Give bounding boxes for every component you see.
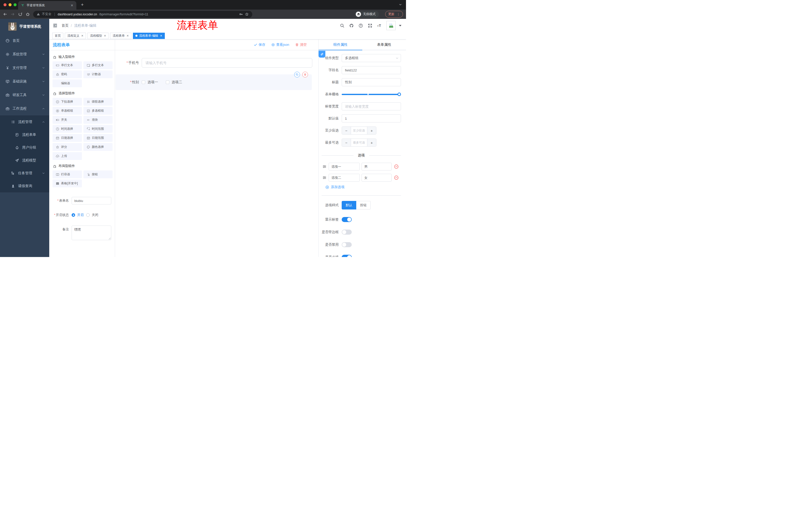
component-chip-rate[interactable]: 评分 [53,143,82,151]
font-size-icon[interactable]: TT [377,23,382,28]
github-icon[interactable] [349,23,354,28]
sidebar-item-system-mgmt[interactable]: 系统管理 [0,48,49,61]
option-value-input[interactable] [361,174,392,182]
browser-tab[interactable]: 芋道管理系统 ✕ [18,1,76,9]
avatar-caret-icon[interactable] [399,25,402,26]
page-tab-process-definition[interactable]: 流程定义 ✕ [65,33,86,39]
form-name-input[interactable] [71,197,111,205]
stepper-placeholder[interactable]: 至少应选 [351,127,367,134]
drag-handle-icon[interactable] [322,175,327,180]
password-key-icon[interactable] [239,12,243,16]
home-icon[interactable] [26,12,30,16]
label-width-input[interactable] [342,102,401,110]
slider-track[interactable] [342,94,399,95]
component-chip-cascader[interactable]: 级联选择 [83,98,113,106]
sidebar-item-payment-mgmt[interactable]: 支付管理 [0,61,49,75]
zoom-window-button[interactable] [13,3,17,6]
sidebar-item-dev-tools[interactable]: 研发工具 [0,88,49,102]
radio-selected-icon[interactable] [71,213,75,217]
tab-overflow-chevron-icon[interactable] [399,3,402,6]
style-button-button[interactable]: 按钮 [356,201,371,210]
stepper-minus-button[interactable]: − [342,139,351,146]
close-icon[interactable]: ✕ [104,34,106,37]
remove-option-button[interactable] [394,175,399,180]
sidebar-item-task-mgmt[interactable]: 任务管理 [0,167,49,180]
not-secure-warning-icon[interactable] [37,12,40,16]
checkbox-option-2[interactable]: 选项二 [166,80,182,84]
form-grid-slider[interactable] [342,90,401,98]
minimize-window-button[interactable] [8,3,11,6]
component-chip-radio-group[interactable]: 单选框组 [53,107,82,115]
component-chip-slider[interactable]: 滑块 [83,116,113,124]
breadcrumb-home[interactable]: 首页 [62,23,68,28]
close-window-button[interactable] [3,3,6,6]
with-border-toggle[interactable] [342,229,352,235]
sidebar-item-infrastructure[interactable]: 基础设施 [0,75,49,88]
checkbox-icon[interactable] [166,80,169,84]
close-tab-icon[interactable]: ✕ [70,3,74,7]
component-chip-select[interactable]: 下拉选择 [53,98,82,106]
delete-field-button[interactable] [302,72,308,77]
canvas-field-phone[interactable]: *手机号 [116,58,315,67]
checkbox-option-1[interactable]: 选项一 [142,80,158,84]
address-bar[interactable]: 不安全 dashboard.yudao.iocoder.cn /bpm/mana… [33,11,252,18]
help-icon[interactable] [358,23,363,28]
component-chip-time-picker[interactable]: 时间选择 [53,125,82,133]
drag-handle-icon[interactable] [322,164,327,169]
component-chip-upload[interactable]: 上传 [53,152,82,160]
component-chip-editor[interactable]: 编辑器 [53,79,82,87]
sidebar-item-home[interactable]: 首页 [0,34,49,48]
phone-input[interactable] [142,58,312,67]
canvas-field-gender-selected[interactable]: *性别 选项一 选项二 [116,75,312,90]
component-chip-multi-text[interactable]: 多行文本 [83,61,113,69]
radio-unselected-icon[interactable] [86,213,90,217]
component-chip-date-picker[interactable]: 日期选择 [53,134,82,142]
component-chip-button[interactable]: 按钮 [83,170,113,178]
slider-handle[interactable] [398,92,401,96]
radio-enabled[interactable]: 开启 [71,213,84,217]
sidebar-item-process-model[interactable]: 流程模型 [0,154,49,167]
page-tab-process-form[interactable]: 流程表单 ✕ [110,33,131,39]
close-icon[interactable]: ✕ [81,34,83,37]
component-chip-counter[interactable]: 123 计数器 [83,71,113,78]
page-tab-process-model[interactable]: 流程模型 ✕ [87,33,109,39]
tab-form-props[interactable]: 表单属性 [362,39,406,50]
clear-button[interactable]: 清空 [295,43,307,47]
component-chip-single-text[interactable]: 单行文本 [53,61,82,69]
fullscreen-icon[interactable] [368,23,372,28]
option-label-input[interactable] [329,163,360,170]
stepper-plus-button[interactable]: + [367,127,376,134]
avatar[interactable] [386,21,396,30]
sidebar-item-process-mgmt[interactable]: 流程管理 [0,115,49,128]
component-chip-checkbox-group[interactable]: 多选框组 [83,107,113,115]
forward-icon[interactable] [10,12,15,16]
resize-handle-icon[interactable] [109,237,111,240]
view-json-button[interactable]: 查看json [271,43,289,47]
option-label-input[interactable] [329,174,360,182]
style-default-button[interactable]: 默认 [342,201,356,210]
option-value-input[interactable] [361,163,392,170]
sidebar-item-user-group[interactable]: 用户分组 [0,141,49,154]
field-name-input[interactable] [342,66,401,74]
component-type-select[interactable]: 多选框组 [342,54,401,62]
new-tab-button[interactable]: + [81,2,84,7]
reload-icon[interactable] [18,12,22,16]
remove-option-button[interactable] [394,164,399,169]
component-chip-switch[interactable]: 开关 [53,116,82,124]
search-icon[interactable] [340,23,344,28]
component-chip-date-range[interactable]: 日期范围 [83,134,113,142]
close-icon[interactable]: ✕ [160,34,162,37]
chrome-update-button[interactable]: 更新 ⋮ [385,11,403,18]
close-icon[interactable]: ✕ [126,34,128,37]
sidebar-collapse-icon[interactable] [53,23,58,28]
stepper-placeholder[interactable]: 最多可选 [351,139,367,146]
radio-disabled[interactable]: 关闭 [86,213,98,217]
disabled-toggle[interactable] [342,242,352,247]
sidebar-item-leave-query[interactable]: 请假查询 [0,180,49,192]
sidebar-brand[interactable]: 芋道管理系统 [0,19,49,34]
form-remark-textarea[interactable]: 嘿嘿 [71,225,111,240]
link-badge[interactable] [319,51,325,58]
show-label-toggle[interactable] [342,217,352,222]
component-chip-color-picker[interactable]: 颜色选择 [83,143,113,151]
component-chip-table[interactable]: 表格[开发中] [53,180,82,187]
